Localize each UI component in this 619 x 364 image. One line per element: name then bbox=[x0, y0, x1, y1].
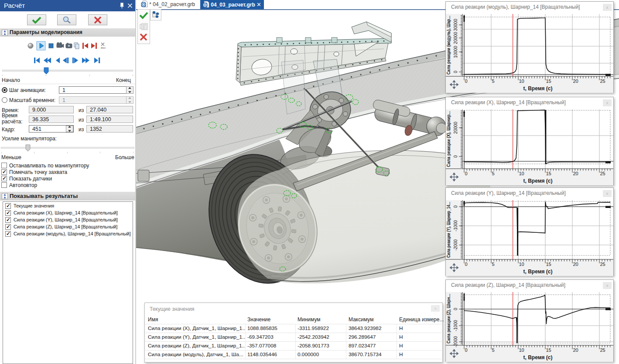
svg-text:0: 0 bbox=[453, 205, 458, 208]
svg-text:15: 15 bbox=[546, 171, 551, 176]
svg-text:REC: REC bbox=[101, 47, 106, 49]
svg-text:20000: 20000 bbox=[453, 122, 458, 134]
svg-text:25: 25 bbox=[600, 347, 605, 353]
svg-text:5: 5 bbox=[492, 171, 495, 176]
svg-text:Сила реакции (X), Шарнир...: Сила реакции (X), Шарнир... bbox=[446, 111, 451, 167]
svg-text:20: 20 bbox=[573, 171, 578, 176]
svg-text:20: 20 bbox=[573, 262, 578, 267]
svg-text:15: 15 bbox=[546, 347, 551, 353]
svg-text:t, Время (с): t, Время (с) bbox=[523, 178, 552, 184]
svg-text:25: 25 bbox=[600, 78, 605, 84]
svg-text:Сила реакции (Y), Шарнир_14...: Сила реакции (Y), Шарнир_14... bbox=[446, 202, 451, 258]
svg-text:20000: 20000 bbox=[453, 32, 458, 44]
svg-text:5: 5 bbox=[492, 78, 495, 84]
svg-text:-2000: -2000 bbox=[453, 239, 458, 251]
svg-text:Сила реакции (модуль), Шар...: Сила реакции (модуль), Шар... bbox=[446, 16, 451, 75]
svg-text:-1000: -1000 bbox=[453, 220, 458, 231]
svg-text:t, Время (с): t, Время (с) bbox=[523, 354, 552, 361]
svg-text:25: 25 bbox=[600, 262, 605, 267]
svg-text:10: 10 bbox=[519, 171, 524, 176]
svg-text:10: 10 bbox=[519, 347, 524, 353]
svg-text:10000: 10000 bbox=[453, 46, 458, 58]
svg-text:15: 15 bbox=[546, 78, 551, 84]
svg-text:0: 0 bbox=[453, 71, 458, 73]
svg-text:0: 0 bbox=[465, 78, 468, 84]
svg-text:0: 0 bbox=[465, 262, 468, 267]
svg-text:0: 0 bbox=[453, 155, 458, 158]
svg-text:t, Время (с): t, Время (с) bbox=[523, 269, 552, 275]
svg-text:0: 0 bbox=[453, 308, 458, 310]
svg-text:30000: 30000 bbox=[453, 19, 458, 31]
svg-text:0: 0 bbox=[465, 171, 468, 176]
svg-text:5: 5 bbox=[492, 262, 495, 267]
svg-text:-1000: -1000 bbox=[453, 320, 458, 331]
svg-text:-2000: -2000 bbox=[453, 336, 458, 347]
svg-text:20: 20 bbox=[573, 347, 578, 353]
svg-text:0: 0 bbox=[465, 347, 468, 353]
svg-text:t, Время (с): t, Время (с) bbox=[523, 85, 552, 92]
svg-text:25: 25 bbox=[600, 171, 605, 176]
svg-text:15: 15 bbox=[546, 262, 551, 267]
svg-text:Сила реакции (Z), Шарн...: Сила реакции (Z), Шарн... bbox=[446, 294, 451, 344]
svg-text:10: 10 bbox=[519, 262, 524, 267]
svg-text:20: 20 bbox=[573, 78, 578, 84]
svg-text:10: 10 bbox=[519, 78, 524, 84]
svg-text:5: 5 bbox=[492, 347, 495, 353]
